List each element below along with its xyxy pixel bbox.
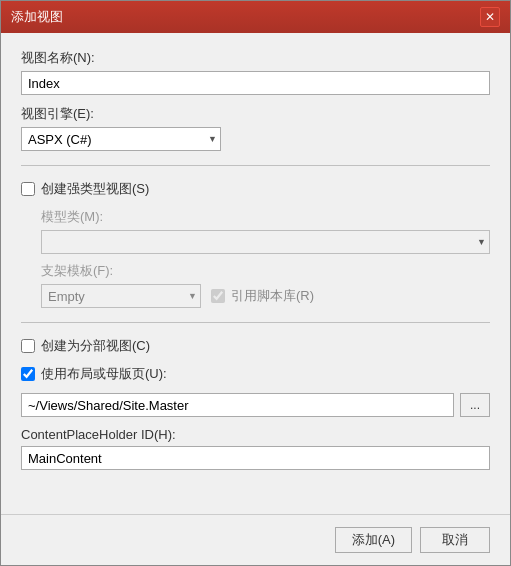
use-layout-label[interactable]: 使用布局或母版页(U): — [41, 365, 167, 383]
dialog-body: 视图名称(N): 视图引擎(E): ASPX (C#) ASPX (VB) Ra… — [1, 33, 510, 514]
view-engine-label: 视图引擎(E): — [21, 105, 490, 123]
scaffold-select-wrapper: Empty — [41, 284, 201, 308]
content-placeholder-input[interactable] — [21, 446, 490, 470]
model-class-select[interactable] — [41, 230, 490, 254]
view-name-input[interactable] — [21, 71, 490, 95]
view-name-label: 视图名称(N): — [21, 49, 490, 67]
scaffold-template-group: 支架模板(F): Empty 引用脚本库(R) — [41, 262, 490, 308]
cancel-button[interactable]: 取消 — [420, 527, 490, 553]
ref-script-checkbox[interactable] — [211, 289, 225, 303]
partial-view-checkbox[interactable] — [21, 339, 35, 353]
ref-script-row: 引用脚本库(R) — [211, 287, 314, 305]
add-button[interactable]: 添加(A) — [335, 527, 412, 553]
layout-path-input[interactable] — [21, 393, 454, 417]
strongly-typed-label[interactable]: 创建强类型视图(S) — [41, 180, 149, 198]
content-placeholder-label: ContentPlaceHolder ID(H): — [21, 427, 490, 442]
scaffold-row: Empty 引用脚本库(R) — [41, 284, 490, 308]
title-bar: 添加视图 ✕ — [1, 1, 510, 33]
partial-view-label[interactable]: 创建为分部视图(C) — [41, 337, 150, 355]
close-button[interactable]: ✕ — [480, 7, 500, 27]
divider-1 — [21, 165, 490, 166]
browse-button[interactable]: ... — [460, 393, 490, 417]
strongly-typed-checkbox[interactable] — [21, 182, 35, 196]
strongly-typed-row: 创建强类型视图(S) — [21, 180, 490, 198]
dialog-title: 添加视图 — [11, 8, 63, 26]
use-layout-row: 使用布局或母版页(U): — [21, 365, 490, 383]
model-class-label: 模型类(M): — [41, 208, 490, 226]
view-engine-select[interactable]: ASPX (C#) ASPX (VB) Razor — [21, 127, 221, 151]
view-engine-select-wrapper: ASPX (C#) ASPX (VB) Razor — [21, 127, 221, 151]
scaffold-template-label: 支架模板(F): — [41, 262, 490, 280]
use-layout-checkbox[interactable] — [21, 367, 35, 381]
dialog-footer: 添加(A) 取消 — [1, 514, 510, 565]
view-engine-group: 视图引擎(E): ASPX (C#) ASPX (VB) Razor — [21, 105, 490, 151]
model-class-group: 模型类(M): — [41, 208, 490, 254]
model-section: 模型类(M): 支架模板(F): Empty — [41, 208, 490, 308]
partial-view-row: 创建为分部视图(C) — [21, 337, 490, 355]
content-placeholder-group: ContentPlaceHolder ID(H): — [21, 427, 490, 470]
layout-path-row: ... — [21, 393, 490, 417]
add-view-dialog: 添加视图 ✕ 视图名称(N): 视图引擎(E): ASPX (C#) ASPX … — [0, 0, 511, 566]
scaffold-template-select[interactable]: Empty — [41, 284, 201, 308]
model-class-select-wrapper — [41, 230, 490, 254]
divider-2 — [21, 322, 490, 323]
view-name-group: 视图名称(N): — [21, 49, 490, 95]
ref-script-label: 引用脚本库(R) — [231, 287, 314, 305]
